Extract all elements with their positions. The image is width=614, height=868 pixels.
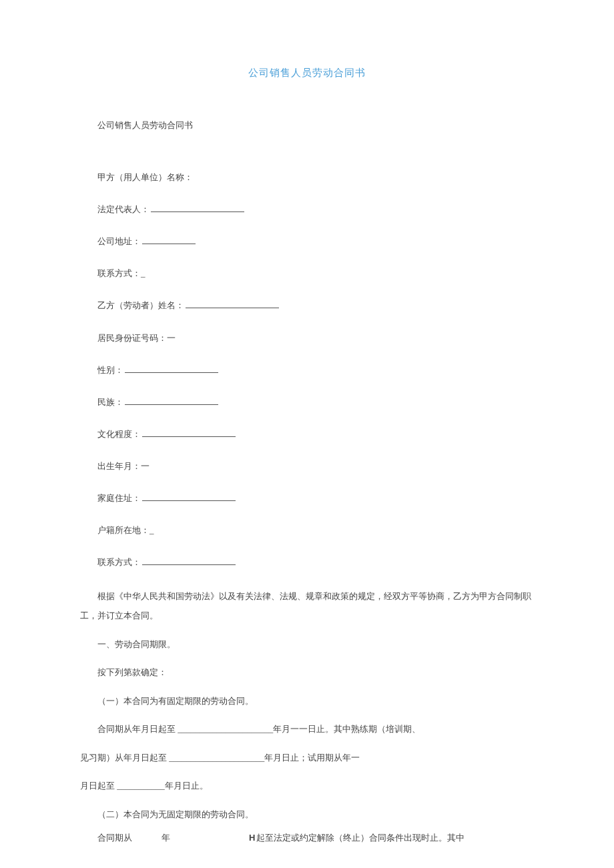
section1-sub: 按下列第款确定： [80,663,534,683]
item2-text-c: H [249,833,255,843]
education-label: 文化程度： [97,429,141,439]
company-addr-label: 公司地址： [97,236,141,246]
item2-text-a: 合同期从 [97,833,132,843]
company-addr-blank[interactable] [142,236,196,245]
party-b-name-blank[interactable] [186,300,279,309]
legal-rep-label: 法定代表人： [97,204,149,214]
section1-title: 一、劳动合同期限。 [80,635,534,655]
household-line: 户籍所在地：_ [80,523,534,538]
item2-text-line: 合同期从年H起至法定或约定解除（终止）合同条件出现时止。其中 [80,829,534,848]
document-title: 公司销售人员劳动合同书 [80,67,534,79]
ethnicity-label: 民族： [97,397,123,407]
party-b-name-line: 乙方（劳动者）姓名： [80,298,534,313]
gender-label: 性别： [97,365,123,375]
contact2-line: 联系方式： [80,555,534,570]
item2-text-d: 起至法定或约定解除（终止）合同条件出现时止。其中 [256,833,465,843]
legal-rep-line: 法定代表人： [80,202,534,217]
education-blank[interactable] [142,428,236,437]
contact2-blank[interactable] [142,557,236,566]
id-number-line: 居民身份证号码：一 [80,331,534,346]
ethnicity-blank[interactable] [125,396,218,405]
document-page: 公司销售人员劳动合同书 公司销售人员劳动合同书 甲方（用人单位）名称： 法定代表… [0,0,614,868]
contact1-line: 联系方式：_ [80,266,534,281]
item1-text2: 见习期）从年月日起至 ______________________年月日止；试用… [80,749,534,768]
item2-text-b: 年 [162,833,170,843]
item1-text3: 月日起至 ___________年月日止。 [80,777,534,796]
education-line: 文化程度： [80,427,534,442]
preamble-paragraph: 根据《中华人民共和国劳动法》以及有关法律、法规、规章和政策的规定，经双方平等协商… [80,587,534,625]
company-addr-line: 公司地址： [80,234,534,249]
item1-text1: 合同期从年月日起至 ______________________年月一一日止。其… [80,720,534,739]
item1-heading: （一）本合同为有固定期限的劳动合同。 [80,692,534,711]
legal-rep-blank[interactable] [151,204,244,213]
ethnicity-line: 民族： [80,395,534,410]
birth-line: 出生年月：一 [80,459,534,474]
contact2-label: 联系方式： [97,557,141,567]
item2-heading: （二）本合同为无固定期限的劳动合同。 [80,805,534,825]
gender-blank[interactable] [125,364,218,373]
home-addr-line: 家庭住址： [80,491,534,506]
subtitle-line: 公司销售人员劳动合同书 [80,118,534,133]
home-addr-blank[interactable] [142,492,236,501]
gender-line: 性别： [80,363,534,378]
party-a-name: 甲方（用人单位）名称： [80,170,534,185]
home-addr-label: 家庭住址： [97,493,141,503]
party-b-name-label: 乙方（劳动者）姓名： [97,300,184,310]
